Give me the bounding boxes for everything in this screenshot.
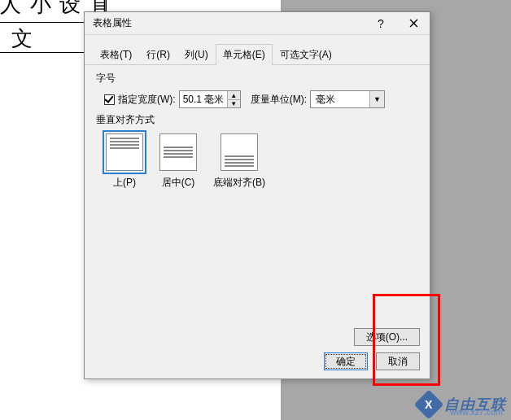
help-button[interactable]: ? xyxy=(365,12,397,35)
size-label: 字号 xyxy=(96,72,418,85)
tab-cell[interactable]: 单元格(E) xyxy=(216,44,273,65)
tab-alt-text[interactable]: 可选文字(A) xyxy=(273,44,339,65)
close-button[interactable] xyxy=(397,12,430,35)
width-spinner[interactable]: ▲ ▼ xyxy=(179,90,241,108)
cancel-button[interactable]: 取消 xyxy=(376,352,420,370)
options-button[interactable]: 选项(O)... xyxy=(354,328,420,346)
tab-column[interactable]: 列(U) xyxy=(177,44,216,65)
dialog-title: 表格属性 xyxy=(93,16,132,30)
valign-center[interactable] xyxy=(159,133,197,171)
valign-bottom-label: 底端对齐(B) xyxy=(213,176,265,190)
valign-top-label: 上(P) xyxy=(113,176,136,190)
specify-width-checkbox[interactable] xyxy=(104,94,115,105)
width-input[interactable] xyxy=(180,91,227,107)
specify-width-label: 指定宽度(W): xyxy=(118,93,176,107)
unit-value: 毫米 xyxy=(311,93,369,107)
tab-table[interactable]: 表格(T) xyxy=(93,44,139,65)
titlebar: 表格属性 ? xyxy=(85,12,430,35)
dialog-content: 字号 指定宽度(W): ▲ ▼ 度量单位(M): 毫米 ▼ 垂 xyxy=(85,65,430,201)
watermark: X 自由互联 www.xz7.com xyxy=(418,394,506,415)
dialog-footer: 选项(O)... 确定 取消 xyxy=(324,328,420,370)
tab-row[interactable]: 行(R) xyxy=(139,44,177,65)
unit-select[interactable]: 毫米 ▼ xyxy=(310,90,385,108)
valign-bottom[interactable] xyxy=(221,133,258,171)
tab-bar: 表格(T) 行(R) 列(U) 单元格(E) 可选文字(A) xyxy=(85,35,430,65)
chevron-down-icon: ▼ xyxy=(369,91,384,107)
valign-center-label: 居中(C) xyxy=(162,176,195,190)
spin-down[interactable]: ▼ xyxy=(228,99,240,107)
unit-label: 度量单位(M): xyxy=(251,93,307,107)
close-icon xyxy=(409,19,418,28)
watermark-logo-icon: X xyxy=(414,390,444,420)
valign-label: 垂直对齐方式 xyxy=(96,113,418,127)
valign-top[interactable] xyxy=(106,133,143,171)
spin-up[interactable]: ▲ xyxy=(228,91,240,99)
bg-text-2: 文 xyxy=(11,24,33,53)
watermark-url: www.xz7.com xyxy=(450,408,503,417)
ok-button[interactable]: 确定 xyxy=(324,352,368,370)
table-properties-dialog: 表格属性 ? 表格(T) 行(R) 列(U) 单元格(E) 可选文字(A) 字号… xyxy=(84,11,430,379)
